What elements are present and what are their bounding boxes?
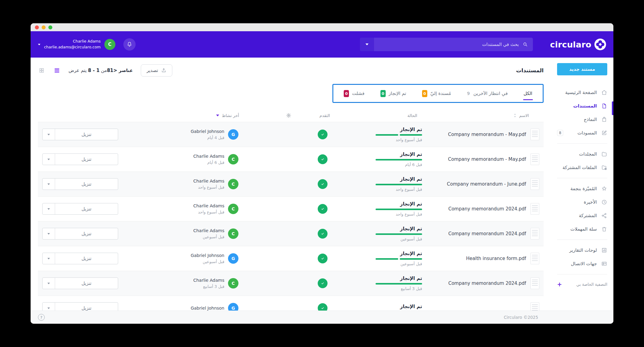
table-row[interactable]: تم الإنجاز G Gabriel Johnson تنزيل (38, 296, 544, 311)
table-row[interactable]: Company memorandum 2024.pdf تم الإنجاز ق… (38, 196, 544, 221)
status-time: قبل أسبوعين (400, 237, 422, 241)
download-button-label[interactable]: تنزيل (55, 253, 118, 264)
table-row[interactable]: Company memorandum 2024.pdf تم الإنجاز ق… (38, 221, 544, 246)
table-row[interactable]: Company memorandum 2024.pdf تم الإنجاز ق… (38, 271, 544, 296)
last-activity-cell: G Gabriel Johnson (147, 303, 239, 311)
completed-check-icon (318, 130, 328, 139)
progress-bar (376, 258, 422, 260)
completed-check-icon (318, 179, 328, 189)
tab-waiting-for-others[interactable]: في انتظار الآخرين9 (459, 85, 516, 102)
tab-assigned-to-me[interactable]: مُسندة إليّ0 (414, 85, 459, 102)
status-label: تم الإنجاز (400, 276, 422, 281)
sidebar-item-label: التصفية الخاصة بي (566, 282, 607, 287)
tab-all[interactable]: الكل (516, 85, 540, 102)
table-row[interactable]: Company memorandum - May.pdf تم الإنجاز … (38, 122, 544, 147)
download-options-button[interactable] (43, 228, 55, 239)
download-options-button[interactable] (43, 303, 55, 311)
zoom-window-button[interactable] (48, 25, 52, 29)
sidebar-item-contacts[interactable]: جهات الاتصال (557, 257, 607, 270)
search-filter-dropdown[interactable] (360, 38, 374, 51)
items-count: يتم عرض 8 - 1 من81> عناصر (69, 68, 133, 73)
tab-count: 9 (467, 91, 470, 96)
download-split-button[interactable]: تنزيل (42, 178, 118, 190)
grid-view-icon (39, 67, 45, 74)
download-options-button[interactable] (43, 278, 55, 289)
sidebar-item-documents[interactable]: المستندات (557, 99, 607, 113)
download-split-button[interactable]: تنزيل (42, 203, 118, 215)
bag-icon (601, 116, 607, 123)
minimize-window-button[interactable] (42, 25, 46, 29)
add-filter-icon[interactable]: + (557, 281, 562, 288)
tab-completed[interactable]: تم الإنجاز0 (373, 85, 414, 102)
share-icon (601, 213, 607, 219)
grid-view-button[interactable] (38, 67, 45, 74)
download-options-button[interactable] (43, 203, 55, 214)
document-thumbnail-icon (530, 178, 539, 190)
status-time: قبل 3 أسابيع (401, 286, 422, 291)
sidebar-item-starred[interactable]: المُميّزة بنجمة (557, 182, 607, 195)
sidebar-item-shared-files[interactable]: الملفات المشتركة (557, 161, 607, 174)
notifications-button[interactable] (123, 38, 136, 51)
download-button-label[interactable]: تنزيل (55, 154, 118, 165)
download-cell: تنزيل (38, 203, 147, 215)
new-document-button[interactable]: مستند جديد (557, 63, 607, 75)
progress-bar-segment (376, 209, 422, 210)
download-split-button[interactable]: تنزيل (42, 302, 118, 311)
sidebar-item-my-filter[interactable]: التصفية الخاصة بي+ (557, 278, 607, 290)
table-row[interactable]: Company memorandum - June.pdf تم الإنجاز… (38, 172, 544, 196)
download-button-label[interactable]: تنزيل (55, 203, 118, 214)
progress-bar (376, 134, 422, 136)
actor-avatar: C (228, 278, 238, 289)
export-button[interactable]: تصدير (141, 64, 173, 77)
sidebar-item-report-dashboards[interactable]: لوحات التقارير (557, 243, 607, 257)
sidebar-item-templates[interactable]: النماذج (557, 113, 607, 126)
download-options-button[interactable] (43, 253, 55, 264)
sidebar-item-trash[interactable]: سلة المهملات (557, 222, 607, 236)
document-name-cell: Company memorandum - June.pdf (426, 178, 544, 190)
download-split-button[interactable]: تنزيل (42, 129, 118, 140)
download-options-button[interactable] (43, 129, 55, 140)
download-options-button[interactable] (43, 154, 55, 165)
sidebar-item-label: الأخيرة (557, 199, 597, 205)
tab-count-badge: 0 (422, 90, 427, 97)
column-header-activity[interactable]: أخر نشاط (147, 113, 239, 118)
sidebar-item-folders[interactable]: المجلدات (557, 147, 607, 161)
close-window-button[interactable] (35, 25, 39, 29)
download-button-label[interactable]: تنزيل (55, 129, 118, 140)
sidebar-item-shared[interactable]: المشتركة (557, 209, 607, 222)
tab-label: فشلت (352, 91, 364, 96)
download-split-button[interactable]: تنزيل (42, 253, 118, 264)
copyright: Circularo ©2025 (504, 315, 538, 320)
download-options-button[interactable] (43, 179, 55, 190)
download-button-label[interactable]: تنزيل (55, 228, 118, 239)
download-split-button[interactable]: تنزيل (42, 277, 118, 289)
user-menu[interactable]: C Charlie Adams charlie.adams@circularo.… (38, 39, 115, 50)
chevron-down-icon (47, 208, 50, 210)
progress-bar-segment (376, 283, 422, 285)
progress-cell (239, 303, 348, 311)
table-row[interactable]: Company memorandum - May.pdf تم الإنجاز … (38, 147, 544, 172)
download-button-label[interactable]: تنزيل (55, 303, 118, 311)
help-button[interactable]: ? (38, 314, 45, 321)
list-view-button[interactable] (53, 67, 61, 74)
sidebar-divider (557, 274, 607, 274)
status-time: قبل 6 أيام (405, 162, 422, 167)
tab-label: في انتظار الآخرين (474, 91, 508, 96)
sidebar-item-home[interactable]: الصفحة الرئيسية (557, 86, 607, 99)
download-button-label[interactable]: تنزيل (55, 179, 118, 190)
table-row[interactable]: Health insurance form.pdf تم الإنجاز قبل… (38, 246, 544, 271)
logo-text: circularo (550, 40, 591, 49)
download-split-button[interactable]: تنزيل (42, 228, 118, 240)
download-split-button[interactable]: تنزيل (42, 153, 118, 165)
actor-name: Gabriel Johnson (191, 252, 224, 259)
tab-failed[interactable]: فشلت0 (336, 85, 372, 102)
sidebar-item-recent[interactable]: الأخيرة (557, 195, 607, 209)
last-activity-cell: C Charlie Adams قبل 6 أيام (147, 153, 239, 166)
download-button-label[interactable]: تنزيل (55, 278, 118, 289)
sidebar-item-drafts[interactable]: المسودات8 (557, 126, 607, 140)
column-header-name[interactable]: الاسم (426, 113, 544, 118)
column-settings-button[interactable] (286, 113, 291, 118)
search-bar[interactable]: بحث في المستندات (360, 38, 533, 51)
progress-bar-segment (376, 233, 422, 235)
logo[interactable]: circularo (550, 39, 606, 50)
